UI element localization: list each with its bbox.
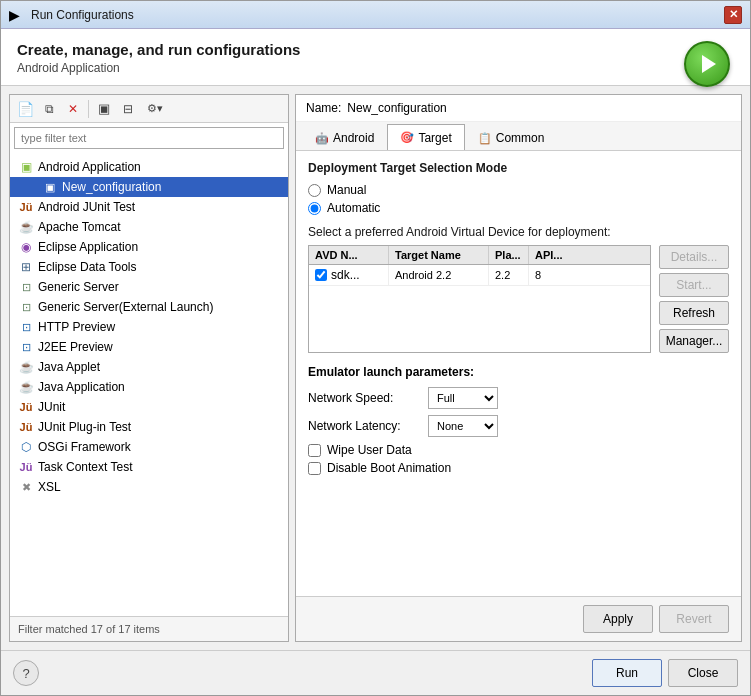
configuration-tree: ▣ Android Application ▣ New_configuratio… [10, 153, 288, 616]
run-configurations-window: ▶ Run Configurations ✕ Create, manage, a… [0, 0, 751, 696]
tree-item-label: J2EE Preview [38, 340, 113, 354]
tree-item-http-preview[interactable]: ⊡ HTTP Preview [10, 317, 288, 337]
settings-dropdown-button[interactable]: ⚙▾ [141, 98, 169, 120]
tree-item-label: Java Application [38, 380, 125, 394]
avd-name-text: sdk... [331, 268, 360, 282]
wipe-user-data-checkbox[interactable] [308, 444, 321, 457]
delete-button[interactable]: ✕ [62, 98, 84, 120]
avd-section-label: Select a preferred Android Virtual Devic… [308, 225, 729, 239]
tomcat-icon: ☕ [18, 219, 34, 235]
search-input[interactable] [14, 127, 284, 149]
dialog-title: Create, manage, and run configurations [17, 41, 734, 58]
emulator-section: Emulator launch parameters: Network Spee… [308, 365, 729, 475]
start-button[interactable]: Start... [659, 273, 729, 297]
deployment-mode-group: Manual Automatic [308, 183, 729, 215]
tree-item-apache-tomcat[interactable]: ☕ Apache Tomcat [10, 217, 288, 237]
config-icon: ▣ [42, 179, 58, 195]
disable-boot-checkbox[interactable] [308, 462, 321, 475]
automatic-radio[interactable] [308, 202, 321, 215]
filter-button[interactable]: ▣ [93, 98, 115, 120]
header-run-button-area [684, 41, 730, 87]
j2ee-icon: ⊡ [18, 339, 34, 355]
tree-item-osgi[interactable]: ⬡ OSGi Framework [10, 437, 288, 457]
apply-button[interactable]: Apply [583, 605, 653, 633]
tree-item-junit-plugin[interactable]: Jü JUnit Plug-in Test [10, 417, 288, 437]
eclipse-app-icon: ◉ [18, 239, 34, 255]
tab-target-label: Target [418, 131, 451, 145]
duplicate-button[interactable]: ⧉ [38, 98, 60, 120]
tree-item-android-junit[interactable]: Jü Android JUnit Test [10, 197, 288, 217]
network-speed-select[interactable]: Full GPRS EDGE UMTS [428, 387, 498, 409]
java-app-icon: ☕ [18, 379, 34, 395]
avd-col-target: Target Name [389, 246, 489, 264]
android-icon: ▣ [18, 159, 34, 175]
automatic-radio-label: Automatic [327, 201, 380, 215]
android-tab-icon: 🤖 [315, 132, 329, 145]
tree-item-eclipse-app[interactable]: ◉ Eclipse Application [10, 237, 288, 257]
tree-item-junit[interactable]: Jü JUnit [10, 397, 288, 417]
osgi-icon: ⬡ [18, 439, 34, 455]
tree-item-generic-server-ext[interactable]: ⊡ Generic Server(External Launch) [10, 297, 288, 317]
avd-side-buttons: Details... Start... Refresh Manager... [659, 245, 729, 353]
collapse-button[interactable]: ⊟ [117, 98, 139, 120]
manual-radio-row: Manual [308, 183, 729, 197]
header-subtitle: Android Application [17, 61, 734, 75]
junit-icon: Jü [18, 199, 34, 215]
tree-item-android-app[interactable]: ▣ Android Application [10, 157, 288, 177]
close-button[interactable]: ✕ [724, 6, 742, 24]
tree-item-label: Android Application [38, 160, 141, 174]
tree-item-java-applet[interactable]: ☕ Java Applet [10, 357, 288, 377]
manager-button[interactable]: Manager... [659, 329, 729, 353]
java-applet-icon: ☕ [18, 359, 34, 375]
tree-item-label: Generic Server(External Launch) [38, 300, 213, 314]
junit-plugin-icon: Jü [18, 419, 34, 435]
tab-android[interactable]: 🤖 Android [302, 125, 387, 150]
tree-item-label: Generic Server [38, 280, 119, 294]
tree-item-generic-server[interactable]: ⊡ Generic Server [10, 277, 288, 297]
tab-target-content: Deployment Target Selection Mode Manual … [296, 151, 741, 596]
name-value: New_configuration [347, 101, 731, 115]
junit2-icon: Jü [18, 399, 34, 415]
avd-checkbox[interactable] [315, 269, 327, 281]
tree-item-label: Task Context Test [38, 460, 133, 474]
title-text: Run Configurations [31, 8, 724, 22]
emulator-section-label: Emulator launch parameters: [308, 365, 729, 379]
apply-revert-bar: Apply Revert [296, 596, 741, 641]
wipe-user-data-label: Wipe User Data [327, 443, 412, 457]
right-panel: Name: New_configuration 🤖 Android 🎯 Targ… [295, 94, 742, 642]
avd-col-api: API... [529, 246, 650, 264]
target-tab-icon: 🎯 [400, 131, 414, 144]
tree-item-java-app[interactable]: ☕ Java Application [10, 377, 288, 397]
deployment-section-title: Deployment Target Selection Mode [308, 161, 729, 175]
name-row: Name: New_configuration [296, 95, 741, 122]
tab-target[interactable]: 🎯 Target [387, 124, 464, 150]
help-button[interactable]: ? [13, 660, 39, 686]
tab-common[interactable]: 📋 Common [465, 125, 558, 150]
tab-common-label: Common [496, 131, 545, 145]
revert-button[interactable]: Revert [659, 605, 729, 633]
new-config-button[interactable]: 📄 [14, 98, 36, 120]
run-button[interactable]: Run [592, 659, 662, 687]
xsl-icon: ✖ [18, 479, 34, 495]
network-speed-label: Network Speed: [308, 391, 428, 405]
close-button[interactable]: Close [668, 659, 738, 687]
manual-radio[interactable] [308, 184, 321, 197]
tree-item-new-config[interactable]: ▣ New_configuration [10, 177, 288, 197]
tree-item-xsl[interactable]: ✖ XSL [10, 477, 288, 497]
name-label: Name: [306, 101, 341, 115]
tab-content-area: Deployment Target Selection Mode Manual … [296, 151, 741, 596]
tree-item-task-context[interactable]: Jü Task Context Test [10, 457, 288, 477]
avd-col-avd: AVD N... [309, 246, 389, 264]
details-button[interactable]: Details... [659, 245, 729, 269]
tree-item-label: XSL [38, 480, 61, 494]
tab-android-label: Android [333, 131, 374, 145]
network-latency-label: Network Latency: [308, 419, 428, 433]
avd-table: AVD N... Target Name Pla... API... sdk..… [308, 245, 651, 353]
network-latency-select[interactable]: None GPRS EDGE UMTS [428, 415, 498, 437]
tree-item-j2ee-preview[interactable]: ⊡ J2EE Preview [10, 337, 288, 357]
eclipse-data-icon: ⊞ [18, 259, 34, 275]
refresh-button[interactable]: Refresh [659, 301, 729, 325]
tree-item-eclipse-data[interactable]: ⊞ Eclipse Data Tools [10, 257, 288, 277]
run-icon-button[interactable] [684, 41, 730, 87]
common-tab-icon: 📋 [478, 132, 492, 145]
